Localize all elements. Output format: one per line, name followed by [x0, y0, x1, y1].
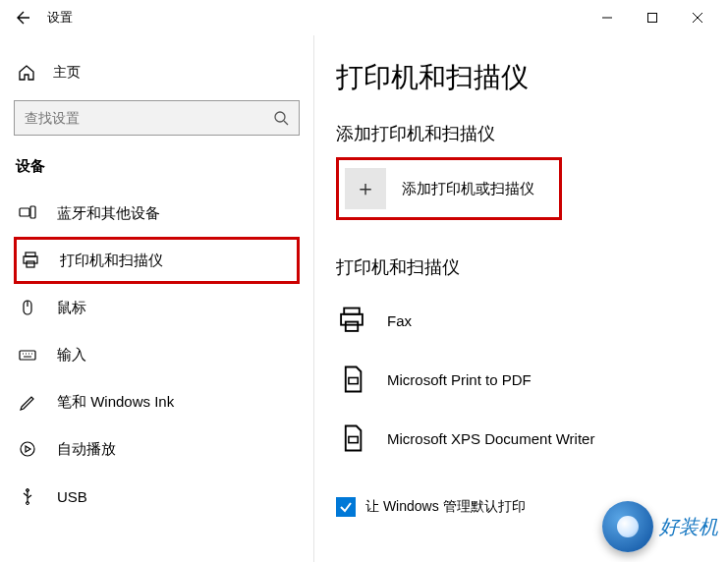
svg-rect-21: [344, 309, 360, 314]
page-title: 打印机和扫描仪: [336, 59, 728, 96]
print-file-icon: [336, 424, 367, 452]
checkbox-label: 让 Windows 管理默认打印: [365, 498, 526, 516]
sidebar-item-autoplay[interactable]: 自动播放: [14, 425, 300, 473]
printer-item-fax[interactable]: Fax: [336, 291, 728, 350]
add-printer-label: 添加打印机或扫描仪: [402, 180, 534, 198]
mouse-icon: [18, 299, 37, 316]
minimize-icon: [601, 12, 613, 24]
add-printer-button[interactable]: ＋ 添加打印机或扫描仪: [336, 157, 562, 220]
back-button[interactable]: [8, 4, 35, 31]
sidebar-home-label: 主页: [53, 64, 81, 82]
sidebar-item-label: 打印机和扫描仪: [60, 252, 163, 270]
close-icon: [692, 12, 703, 24]
keyboard-icon: [18, 346, 37, 364]
printer-label: Fax: [387, 312, 412, 329]
svg-rect-25: [349, 436, 358, 442]
svg-rect-8: [27, 261, 34, 267]
printer-icon: [336, 307, 367, 334]
svg-point-2: [275, 112, 285, 122]
sidebar-item-label: 输入: [57, 346, 86, 365]
maximize-button[interactable]: [630, 2, 675, 33]
checkbox-checked-icon: [336, 497, 356, 517]
sidebar-item-label: 蓝牙和其他设备: [57, 204, 160, 223]
search-box[interactable]: [14, 100, 300, 136]
maximize-icon: [646, 12, 658, 24]
sidebar-item-label: USB: [57, 488, 87, 505]
autoplay-icon: [18, 440, 37, 458]
list-section-title: 打印机和扫描仪: [336, 255, 728, 279]
sidebar-item-pen[interactable]: 笔和 Windows Ink: [14, 378, 300, 425]
window-controls: [585, 2, 720, 33]
svg-rect-5: [30, 206, 35, 218]
printer-item-xps[interactable]: Microsoft XPS Document Writer: [336, 409, 728, 468]
minimize-button[interactable]: [585, 2, 630, 33]
close-button[interactable]: [675, 2, 720, 33]
svg-rect-23: [346, 322, 358, 331]
sidebar-item-printers[interactable]: 打印机和扫描仪: [14, 237, 300, 284]
search-icon: [273, 110, 289, 126]
arrow-left-icon: [14, 10, 29, 26]
svg-rect-7: [24, 256, 37, 263]
printer-item-pdf[interactable]: Microsoft Print to PDF: [336, 350, 728, 409]
plus-icon: ＋: [345, 168, 386, 209]
sidebar-item-label: 自动播放: [57, 440, 116, 459]
sidebar: 主页 设备 蓝牙和其他设备 打印机和扫描仪 鼠标: [0, 35, 314, 562]
svg-rect-24: [349, 377, 358, 383]
add-section-title: 添加打印机和扫描仪: [336, 122, 728, 145]
titlebar: 设置: [0, 0, 728, 35]
svg-line-3: [284, 121, 288, 125]
sidebar-item-mouse[interactable]: 鼠标: [14, 284, 300, 331]
devices-icon: [18, 204, 37, 222]
svg-rect-1: [648, 13, 657, 22]
content: 打印机和扫描仪 添加打印机和扫描仪 ＋ 添加打印机或扫描仪 打印机和扫描仪 Fa…: [314, 35, 728, 562]
svg-point-17: [21, 442, 34, 456]
svg-rect-11: [20, 351, 35, 360]
sidebar-section-title: 设备: [14, 157, 300, 176]
sidebar-item-typing[interactable]: 输入: [14, 331, 300, 378]
sidebar-item-label: 笔和 Windows Ink: [57, 393, 174, 412]
printer-label: Microsoft XPS Document Writer: [387, 430, 594, 447]
sidebar-home[interactable]: 主页: [14, 53, 300, 92]
svg-rect-22: [341, 314, 363, 325]
svg-rect-6: [26, 253, 35, 256]
sidebar-item-usb[interactable]: USB: [14, 473, 300, 520]
sidebar-item-label: 鼠标: [57, 299, 86, 317]
printer-label: Microsoft Print to PDF: [387, 371, 532, 388]
manage-default-checkbox[interactable]: 让 Windows 管理默认打印: [336, 497, 728, 517]
pen-icon: [18, 393, 37, 411]
svg-rect-4: [20, 208, 29, 216]
usb-icon: [18, 487, 37, 505]
search-input[interactable]: [25, 110, 273, 126]
print-file-icon: [336, 365, 367, 393]
printer-icon: [21, 252, 40, 269]
sidebar-item-bluetooth[interactable]: 蓝牙和其他设备: [14, 190, 300, 237]
home-icon: [18, 64, 35, 82]
window-title: 设置: [47, 9, 73, 27]
